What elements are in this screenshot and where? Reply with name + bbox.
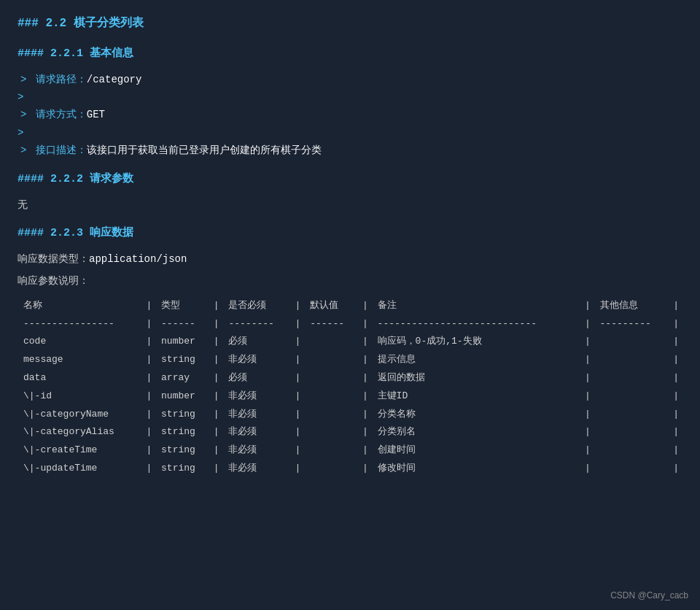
cell-other — [594, 369, 672, 387]
cell-other — [594, 351, 672, 369]
cell-default — [304, 441, 361, 460]
table-row: \|-categoryName | string | 非必须 | | 分类名称 … — [18, 406, 682, 424]
col-name-header: 名称 — [18, 297, 144, 315]
cell-name: code — [18, 333, 144, 351]
blockquote-method: > 请求方式：GET — [18, 107, 682, 123]
cell-other — [594, 406, 672, 424]
cell-type: string — [155, 406, 212, 424]
footer-credit: CSDN @Cary_cacb — [610, 589, 688, 603]
response-type-line: 响应数据类型：application/json — [18, 251, 682, 267]
sep-5: | — [583, 297, 594, 315]
cell-name: message — [18, 351, 144, 369]
cell-name: \|-createTime — [18, 441, 144, 460]
response-table: 名称 | 类型 | 是否必须 | 默认值 | 备注 | 其他信息 | -----… — [18, 297, 682, 478]
response-type-label: 响应数据类型： — [18, 253, 89, 265]
response-params-label: 响应参数说明： — [18, 273, 682, 289]
h4-response-data: #### 2.2.3 响应数据 — [18, 225, 682, 242]
cell-other — [594, 387, 672, 406]
cell-type: string — [155, 460, 212, 478]
table-row: \|-id | number | 非必须 | | 主键ID | | — [18, 387, 682, 406]
sep-col-4: ------ — [304, 315, 361, 333]
cell-type: number — [155, 387, 212, 406]
cell-default — [304, 351, 361, 369]
blockquote-path: > 请求路径：/category — [18, 72, 682, 88]
cell-required: 必须 — [222, 333, 293, 351]
cell-default — [304, 333, 361, 351]
sep-col-5: ---------------------------- — [372, 315, 583, 333]
cell-type: string — [155, 351, 212, 369]
blockquote-prefix-1: > — [20, 74, 26, 85]
sep-1: | — [144, 297, 155, 315]
cell-other — [594, 423, 672, 441]
cell-default — [304, 387, 361, 406]
cell-default — [304, 369, 361, 387]
blockquote-prefix-3: > — [20, 144, 26, 156]
sep-col-6: --------- — [594, 315, 672, 333]
cell-required: 非必须 — [222, 406, 293, 424]
blockquote-empty-2: > — [18, 125, 682, 141]
col-note-header: 备注 — [372, 297, 583, 315]
col-default-header: 默认值 — [304, 297, 361, 315]
cell-required: 非必须 — [222, 441, 293, 460]
table-row: \|-categoryAlias | string | 非必须 | | 分类别名… — [18, 423, 682, 441]
col-required-header: 是否必须 — [222, 297, 293, 315]
cell-default — [304, 406, 361, 424]
col-type-header: 类型 — [155, 297, 212, 315]
cell-other — [594, 441, 672, 460]
cell-name: \|-categoryName — [18, 406, 144, 424]
table-header-row: 名称 | 类型 | 是否必须 | 默认值 | 备注 | 其他信息 | — [18, 297, 682, 315]
response-table-wrapper: 名称 | 类型 | 是否必须 | 默认值 | 备注 | 其他信息 | -----… — [18, 297, 682, 478]
table-row: code | number | 必须 | | 响应码，0-成功,1-失败 | | — [18, 333, 682, 351]
sep-col-1: ---------------- — [18, 315, 144, 333]
table-row: \|-updateTime | string | 非必须 | | 修改时间 | … — [18, 460, 682, 478]
cell-note: 修改时间 — [372, 460, 583, 478]
cell-note: 分类名称 — [372, 406, 583, 424]
sep-col-2: ------ — [155, 315, 212, 333]
cell-required: 非必须 — [222, 387, 293, 406]
cell-note: 分类别名 — [372, 423, 583, 441]
col-other-header: 其他信息 — [594, 297, 672, 315]
table-row: data | array | 必须 | | 返回的数据 | | — [18, 369, 682, 387]
sep-2: | — [212, 297, 223, 315]
h3-title: ### 2.2 棋子分类列表 — [18, 15, 682, 34]
h4-request-params: #### 2.2.2 请求参数 — [18, 171, 682, 188]
no-params-text: 无 — [18, 197, 682, 213]
sep-col-3: -------- — [222, 315, 293, 333]
cell-note: 提示信息 — [372, 351, 583, 369]
cell-type: string — [155, 423, 212, 441]
cell-note: 返回的数据 — [372, 369, 583, 387]
cell-default — [304, 423, 361, 441]
cell-other — [594, 333, 672, 351]
cell-note: 创建时间 — [372, 441, 583, 460]
cell-type: string — [155, 441, 212, 460]
cell-required: 必须 — [222, 369, 293, 387]
cell-default — [304, 460, 361, 478]
cell-name: \|-categoryAlias — [18, 423, 144, 441]
blockquote-description: > 接口描述：该接口用于获取当前已登录用户创建的所有棋子分类 — [18, 142, 682, 158]
blockquote-empty-1: > — [18, 89, 682, 105]
cell-name: \|-updateTime — [18, 460, 144, 478]
cell-required: 非必须 — [222, 460, 293, 478]
table-row: \|-createTime | string | 非必须 | | 创建时间 | … — [18, 441, 682, 460]
table-separator-row: ---------------- | ------ | -------- | -… — [18, 315, 682, 333]
h4-basic-info: #### 2.2.1 基本信息 — [18, 45, 682, 63]
cell-type: array — [155, 369, 212, 387]
sep-3: | — [294, 297, 305, 315]
cell-required: 非必须 — [222, 423, 293, 441]
response-type-value: application/json — [89, 253, 187, 265]
cell-name: data — [18, 369, 144, 387]
cell-name: \|-id — [18, 387, 144, 406]
sep-4: | — [361, 297, 372, 315]
cell-type: number — [155, 333, 212, 351]
cell-required: 非必须 — [222, 351, 293, 369]
cell-note: 主键ID — [372, 387, 583, 406]
blockquote-prefix-2: > — [20, 109, 26, 120]
table-row: message | string | 非必须 | | 提示信息 | | — [18, 351, 682, 369]
sep-6: | — [672, 297, 682, 315]
cell-other — [594, 460, 672, 478]
cell-note: 响应码，0-成功,1-失败 — [372, 333, 583, 351]
